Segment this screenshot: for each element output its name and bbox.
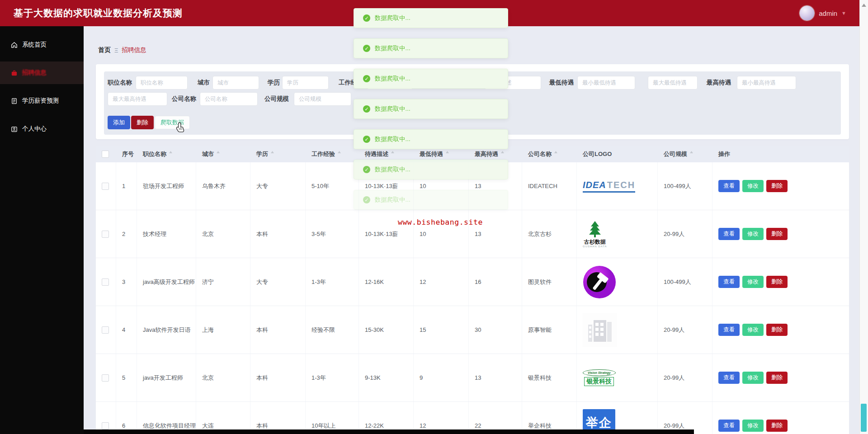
filter-input-edu[interactable] xyxy=(282,76,329,90)
view-button[interactable]: 查看 xyxy=(718,276,740,288)
cell-salary: 12-16K xyxy=(365,278,384,285)
filter-input-max-salary-min[interactable] xyxy=(737,76,796,90)
row-checkbox[interactable] xyxy=(102,422,109,429)
column-header-scale[interactable]: 公司规模 xyxy=(658,146,712,162)
filter-label-company: 公司名称 xyxy=(172,92,196,106)
cell-company: 银景科技 xyxy=(528,374,552,382)
filter-input-min-salary-max[interactable] xyxy=(648,76,698,90)
sort-icon[interactable] xyxy=(500,151,505,157)
column-header-title[interactable]: 职位名称 xyxy=(137,146,196,162)
home-icon xyxy=(11,42,18,48)
row-delete-button[interactable]: 删除 xyxy=(766,420,788,432)
view-button[interactable]: 查看 xyxy=(718,372,740,384)
sort-icon[interactable] xyxy=(337,151,341,157)
pine-tree-icon xyxy=(586,220,604,238)
recruit-table: 序号职位名称城市学历工作经验待遇描述最低待遇最高待遇公司名称公司LOGO公司规模… xyxy=(96,146,849,434)
company-logo-yinjing: Vision Strategy银景科技 xyxy=(583,369,616,386)
cell-title: 信息化软件项目经理 xyxy=(143,422,196,430)
filter-input-company[interactable] xyxy=(200,92,258,106)
cell-scale: 20-99人 xyxy=(664,326,684,334)
bottom-black-strip xyxy=(84,429,694,434)
row-checkbox[interactable] xyxy=(102,278,109,286)
column-header-city[interactable]: 城市 xyxy=(196,146,250,162)
cell-min: 12 xyxy=(420,422,426,429)
row-checkbox[interactable] xyxy=(102,374,109,382)
select-all-checkbox[interactable] xyxy=(102,151,109,158)
edit-button[interactable]: 修改 xyxy=(742,276,764,288)
view-button[interactable]: 查看 xyxy=(718,228,740,240)
cell-salary: 9-13K xyxy=(365,374,381,381)
sort-icon[interactable] xyxy=(270,151,274,157)
sort-icon[interactable] xyxy=(169,151,173,157)
cell-city: 济宁 xyxy=(202,278,214,286)
row-delete-button[interactable]: 删除 xyxy=(766,324,788,336)
sort-icon[interactable] xyxy=(554,151,558,157)
view-button[interactable]: 查看 xyxy=(718,324,740,336)
sort-icon[interactable] xyxy=(445,151,449,157)
column-label: 公司规模 xyxy=(664,150,687,158)
column-header-num: 序号 xyxy=(116,146,137,162)
row-delete-button[interactable]: 删除 xyxy=(766,180,788,192)
sidebar-item-home[interactable]: 系统首页 xyxy=(0,33,84,56)
edit-button[interactable]: 修改 xyxy=(742,180,764,192)
column-label: 工作经验 xyxy=(311,150,335,158)
filter-input-max-salary-max[interactable] xyxy=(108,92,167,106)
row-checkbox[interactable] xyxy=(102,231,109,238)
column-label: 公司LOGO xyxy=(583,150,612,158)
cell-title: Java软件开发日语 xyxy=(143,326,190,334)
sort-icon[interactable] xyxy=(391,151,395,157)
company-logo-building xyxy=(583,313,617,347)
edit-button[interactable]: 修改 xyxy=(742,324,764,336)
delete-button[interactable]: 删除 xyxy=(131,116,154,129)
cell-num: 4 xyxy=(122,326,125,333)
edit-button[interactable]: 修改 xyxy=(742,228,764,240)
table-row: 2技术经理北京本科3-5年10-13K·13薪1013北京古杉古杉数据GUSHA… xyxy=(96,210,849,258)
add-button[interactable]: 添加 xyxy=(108,116,130,129)
sidebar-item-personal-center[interactable]: 个人中心 xyxy=(0,118,84,140)
sidebar-item-label: 招聘信息 xyxy=(22,69,47,77)
cell-num: 1 xyxy=(122,183,125,189)
toast-message: 数据爬取中... xyxy=(375,135,410,143)
cell-max: 13 xyxy=(475,183,481,189)
app-title: 基于大数据的求职就业数据分析及预测 xyxy=(14,0,183,26)
scrollbar-up-arrow-icon[interactable] xyxy=(862,4,866,7)
cell-company: 原事智能 xyxy=(528,326,552,334)
column-header-edu[interactable]: 学历 xyxy=(250,146,306,162)
filter-label-min-salary: 最低待遇 xyxy=(549,76,574,90)
sort-icon[interactable] xyxy=(689,151,693,157)
column-header-company[interactable]: 公司名称 xyxy=(522,146,577,162)
column-label: 操作 xyxy=(718,150,730,158)
filter-input-min-salary-min[interactable] xyxy=(577,76,635,90)
sort-icon[interactable] xyxy=(216,151,220,157)
cell-scale: 20-99人 xyxy=(664,422,684,430)
column-label: 公司名称 xyxy=(528,150,552,158)
edit-button[interactable]: 修改 xyxy=(742,372,764,384)
sidebar-item-salary-predict[interactable]: 学历薪资预测 xyxy=(0,90,84,112)
filter-input-scale[interactable] xyxy=(294,92,351,106)
row-delete-button[interactable]: 删除 xyxy=(766,228,788,240)
filter-input-city[interactable] xyxy=(212,76,259,90)
username: admin xyxy=(819,9,837,17)
edit-button[interactable]: 修改 xyxy=(742,420,764,432)
filter-input-job[interactable] xyxy=(136,76,188,90)
view-button[interactable]: 查看 xyxy=(718,180,740,192)
column-label: 待遇描述 xyxy=(365,150,388,158)
cell-title: 驻场开发工程师 xyxy=(143,182,184,190)
breadcrumb-home[interactable]: 首页 xyxy=(98,46,111,54)
row-checkbox[interactable] xyxy=(102,183,109,190)
avatar xyxy=(799,5,815,21)
column-header-action: 操作 xyxy=(712,146,849,162)
scrollbar-thumb[interactable] xyxy=(861,404,867,432)
row-delete-button[interactable]: 删除 xyxy=(766,276,788,288)
cell-num: 6 xyxy=(122,422,125,429)
row-delete-button[interactable]: 删除 xyxy=(766,372,788,384)
toast-message: 数据爬取中... xyxy=(375,75,410,83)
header-select-all[interactable] xyxy=(96,146,116,162)
view-button[interactable]: 查看 xyxy=(718,420,740,432)
user-menu[interactable]: admin ▼ xyxy=(799,0,846,26)
column-header-exp[interactable]: 工作经验 xyxy=(306,146,359,162)
page-scrollbar[interactable] xyxy=(859,0,868,434)
sidebar-item-recruit-info[interactable]: 招聘信息 xyxy=(0,61,84,84)
row-checkbox[interactable] xyxy=(102,326,109,334)
cell-exp: 经验不限 xyxy=(311,326,335,334)
